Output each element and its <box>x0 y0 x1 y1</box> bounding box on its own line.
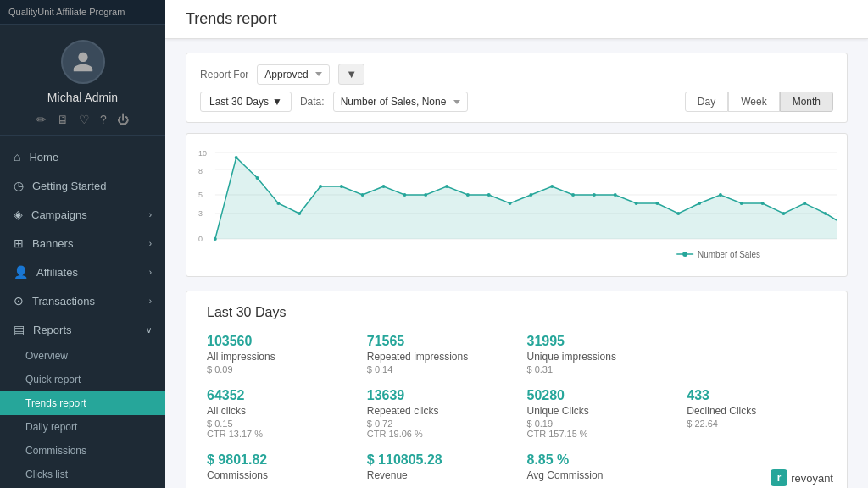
stat-all-clicks: 64352 All clicks $ 0.15 CTR 13.17 % <box>207 388 347 439</box>
sidebar-item-affiliates[interactable]: 👤 Affiliates › <box>0 258 165 286</box>
svg-point-18 <box>361 193 364 197</box>
stat-revenue: $ 110805.28 Revenue <box>367 452 507 483</box>
stat-ctr: CTR 19.06 % <box>367 429 507 439</box>
chevron-down-icon: ▼ <box>272 96 282 108</box>
content-area: Report For Approved Pending Declined All… <box>165 39 868 488</box>
nav-label: Banners <box>32 237 73 250</box>
stat-sub: $ 0.09 <box>207 364 347 374</box>
stat-sub: $ 0.72 <box>367 419 507 429</box>
stat-ctr: CTR 13.17 % <box>207 429 347 439</box>
edit-icon[interactable]: ✏ <box>36 113 47 126</box>
stat-name: Avg Commission <box>527 469 667 481</box>
svg-point-33 <box>676 212 680 215</box>
svg-point-15 <box>298 212 301 215</box>
stat-name: Commissions <box>207 469 347 481</box>
svg-point-38 <box>782 212 785 215</box>
svg-point-37 <box>761 202 765 205</box>
period-day-button[interactable]: Day <box>685 92 728 112</box>
sidebar-item-home[interactable]: ⌂ Home <box>0 142 165 171</box>
sidebar-item-trends-report[interactable]: Trends report <box>0 391 165 415</box>
branding-name: revoyant <box>791 472 833 485</box>
nav-label: Transactions <box>32 295 95 308</box>
chevron-right-icon: › <box>149 210 152 219</box>
svg-point-14 <box>276 202 280 205</box>
svg-point-12 <box>235 156 238 159</box>
svg-text:5: 5 <box>198 191 203 199</box>
chevron-right-icon: › <box>149 268 152 277</box>
svg-point-11 <box>214 237 217 241</box>
campaigns-icon: ◈ <box>14 208 23 221</box>
sidebar-item-overview[interactable]: Overview <box>0 344 165 368</box>
stat-avg-commission: 8.85 % Avg Commission <box>527 452 667 483</box>
affiliates-icon: 👤 <box>14 265 28 279</box>
svg-text:0: 0 <box>198 235 203 243</box>
stat-all-impressions: 103560 All impressions $ 0.09 <box>207 334 347 374</box>
sidebar-item-clicks-list[interactable]: Clicks list <box>0 463 165 486</box>
sidebar-item-quick-report[interactable]: Quick report <box>0 368 165 391</box>
sidebar-item-campaigns[interactable]: ◈ Campaigns › <box>0 200 165 229</box>
heart-icon[interactable]: ♡ <box>79 113 90 126</box>
sidebar-item-daily-report[interactable]: Daily report <box>0 415 165 439</box>
svg-point-25 <box>509 202 512 205</box>
chart-container: 10 8 5 3 0 <box>186 133 848 277</box>
sidebar-item-transactions[interactable]: ⊙ Transactions › <box>0 286 165 315</box>
stat-value: 433 <box>687 388 826 403</box>
stat-name: Repeated impressions <box>367 351 507 363</box>
stat-name: Unique Clicks <box>527 405 667 417</box>
sidebar-item-getting-started[interactable]: ◷ Getting Started <box>0 171 165 200</box>
period-week-button[interactable]: Week <box>728 92 779 112</box>
user-icon <box>71 50 95 74</box>
nav-label: Home <box>29 151 58 164</box>
svg-point-20 <box>403 193 406 197</box>
stat-sub: $ 22.64 <box>687 419 826 429</box>
page-header: Trends report <box>165 0 868 39</box>
filter-icon-button[interactable]: ▼ <box>338 64 364 85</box>
report-for-select[interactable]: Approved Pending Declined All <box>257 64 330 85</box>
sidebar-item-reports[interactable]: ▤ Reports ∨ <box>0 315 165 344</box>
svg-point-32 <box>655 202 659 205</box>
stat-unique-clicks: 50280 Unique Clicks $ 0.19 CTR 157.15 % <box>527 388 667 439</box>
stat-value: 71565 <box>367 334 507 349</box>
stat-value: 13639 <box>367 388 507 403</box>
stats-grid: 103560 All impressions $ 0.09 71565 Repe… <box>207 334 826 483</box>
svg-point-13 <box>256 176 259 180</box>
sidebar: QualityUnit Affiliate Program Michal Adm… <box>0 0 165 488</box>
stat-declined-clicks: 433 Declined Clicks $ 22.64 <box>687 388 826 439</box>
sidebar-item-banners[interactable]: ⊞ Banners › <box>0 229 165 258</box>
banners-icon: ⊞ <box>14 236 24 250</box>
data-label: Data: <box>300 96 325 108</box>
stat-repeated-impressions: 71565 Repeated impressions $ 0.14 <box>367 334 507 374</box>
svg-point-24 <box>487 193 491 197</box>
getting-started-icon: ◷ <box>14 179 24 192</box>
svg-point-19 <box>382 185 386 188</box>
sidebar-item-commissions[interactable]: Commissions <box>0 439 165 463</box>
svg-point-30 <box>614 193 617 197</box>
svg-point-29 <box>593 193 596 197</box>
reports-icon: ▤ <box>14 323 25 336</box>
svg-point-35 <box>719 193 722 197</box>
stat-name: Declined Clicks <box>687 405 826 417</box>
monitor-icon[interactable]: 🖥 <box>57 113 69 126</box>
svg-point-28 <box>571 193 575 197</box>
report-for-label: Report For <box>200 69 248 80</box>
chevron-right-icon: › <box>149 239 152 248</box>
stats-section: Last 30 Days 103560 All impressions $ 0.… <box>186 291 848 488</box>
chevron-down-icon: ∨ <box>146 325 152 335</box>
nav-label: Affiliates <box>36 266 78 279</box>
filter-row-1: Report For Approved Pending Declined All… <box>200 64 833 85</box>
home-icon: ⌂ <box>14 150 20 164</box>
date-range-button[interactable]: Last 30 Days ▼ <box>200 92 292 112</box>
period-month-button[interactable]: Month <box>780 92 833 112</box>
help-icon[interactable]: ? <box>100 113 107 126</box>
stat-name: Repeated clicks <box>367 405 507 417</box>
date-range-label: Last 30 Days <box>209 96 269 108</box>
stat-value: 31995 <box>527 334 667 349</box>
profile-section: Michal Admin ✏ 🖥 ♡ ? ⏻ <box>0 25 165 136</box>
stat-name: Revenue <box>367 469 507 481</box>
stat-sub: $ 0.15 <box>207 419 347 429</box>
stat-value: 64352 <box>207 388 347 403</box>
stat-value: $ 110805.28 <box>367 452 507 468</box>
avatar <box>61 40 105 84</box>
logout-icon[interactable]: ⏻ <box>117 113 129 126</box>
data-select[interactable]: Number of Sales, None Revenue, None <box>333 92 468 112</box>
